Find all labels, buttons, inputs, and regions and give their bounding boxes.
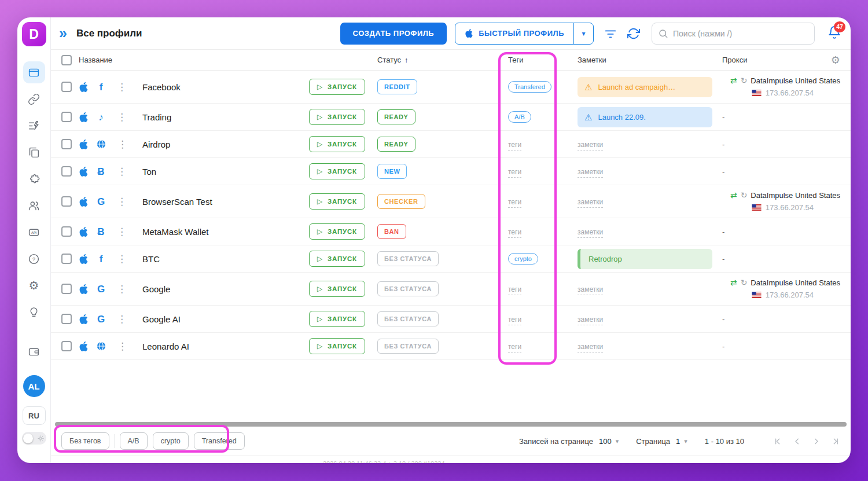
table-settings-icon[interactable]: ⚙ (831, 55, 840, 65)
next-page-button[interactable] (811, 436, 821, 446)
launch-button[interactable]: ▷ЗАПУСК (309, 311, 365, 327)
note-placeholder[interactable]: заметки (578, 285, 603, 295)
status-badge[interactable]: NEW (377, 164, 407, 179)
tag-placeholder[interactable]: теги (508, 168, 521, 178)
row-checkbox[interactable] (61, 196, 72, 207)
tag-chip[interactable]: crypto (508, 253, 538, 265)
column-header-status[interactable]: Статус ↑ (377, 56, 508, 64)
row-checkbox[interactable] (61, 314, 72, 324)
column-header-notes[interactable]: Заметки (578, 56, 722, 64)
rotate-icon[interactable]: ↻ (741, 190, 748, 201)
row-checkbox[interactable] (61, 139, 72, 149)
tag-filter-crypto[interactable]: crypto (153, 432, 189, 450)
row-checkbox[interactable] (61, 254, 72, 264)
note-placeholder[interactable]: заметки (578, 315, 603, 325)
launch-button[interactable]: ▷ЗАПУСК (309, 223, 365, 240)
row-menu-icon[interactable]: ⋮ (117, 283, 127, 295)
row-checkbox[interactable] (61, 341, 72, 351)
row-checkbox[interactable] (61, 82, 72, 92)
swap-arrows-icon[interactable]: ⇄ (730, 277, 737, 288)
row-menu-icon[interactable]: ⋮ (117, 81, 127, 93)
row-checkbox[interactable] (61, 166, 72, 177)
note-pill[interactable]: ⚠ Launch 22.09. (578, 107, 712, 127)
launch-button[interactable]: ▷ЗАПУСК (309, 193, 365, 210)
launch-button[interactable]: ▷ЗАПУСК (309, 163, 365, 179)
launch-button[interactable]: ▷ЗАПУСК (309, 251, 365, 267)
sidebar-item-help[interactable]: ? (23, 248, 45, 270)
collapse-sidebar-icon[interactable]: » (59, 26, 67, 41)
row-menu-icon[interactable]: ⋮ (117, 166, 127, 178)
note-placeholder[interactable]: заметки (578, 141, 603, 150)
note-placeholder[interactable]: заметки (578, 168, 603, 178)
note-pill[interactable]: Retrodrop (578, 249, 712, 269)
horizontal-scrollbar[interactable] (55, 422, 847, 427)
status-badge[interactable]: CHECKER (377, 194, 425, 209)
row-checkbox[interactable] (61, 226, 72, 237)
row-menu-icon[interactable]: ⋮ (117, 340, 127, 353)
status-badge[interactable]: БЕЗ СТАТУСА (377, 281, 439, 296)
sidebar-item-logout[interactable] (23, 340, 45, 362)
row-menu-icon[interactable]: ⋮ (117, 313, 127, 325)
per-page-select[interactable]: 100▾ (599, 437, 619, 446)
last-page-button[interactable] (830, 436, 840, 446)
theme-toggle[interactable] (22, 432, 46, 445)
launch-button[interactable]: ▷ЗАПУСК (309, 136, 365, 152)
sidebar-item-settings[interactable]: ⚙ (23, 274, 45, 296)
row-checkbox[interactable] (61, 112, 72, 122)
sidebar-item-profiles[interactable] (23, 61, 45, 83)
notifications-button[interactable]: 47 (827, 25, 841, 42)
launch-button[interactable]: ▷ЗАПУСК (309, 338, 365, 354)
status-badge[interactable]: READY (377, 109, 415, 124)
row-menu-icon[interactable]: ⋮ (117, 111, 127, 123)
column-header-proxy[interactable]: Прокси (722, 56, 747, 64)
tag-filter-ab[interactable]: A/B (120, 432, 148, 450)
avatar[interactable]: AL (23, 375, 45, 397)
note-placeholder[interactable]: заметки (578, 228, 603, 238)
row-menu-icon[interactable]: ⋮ (117, 226, 127, 238)
status-badge[interactable]: БЕЗ СТАТУСА (377, 311, 439, 326)
tag-placeholder[interactable]: теги (508, 198, 521, 208)
create-profile-button[interactable]: СОЗДАТЬ ПРОФИЛЬ (340, 23, 447, 45)
sidebar-item-automation[interactable] (23, 115, 45, 137)
launch-button[interactable]: ▷ЗАПУСК (309, 281, 365, 297)
page-select[interactable]: 1▾ (676, 437, 687, 446)
sidebar-item-proxy[interactable] (23, 88, 45, 110)
tag-placeholder[interactable]: теги (508, 343, 521, 353)
column-header-name[interactable]: Название (79, 56, 309, 64)
tag-placeholder[interactable]: теги (508, 315, 521, 325)
filter-button[interactable] (604, 27, 617, 40)
tag-chip[interactable]: Transfered (508, 81, 551, 93)
app-logo[interactable]: D (22, 22, 46, 46)
select-all-checkbox[interactable] (61, 55, 72, 65)
status-badge[interactable]: BAN (377, 224, 406, 239)
rotate-icon[interactable]: ↻ (741, 277, 748, 288)
tag-placeholder[interactable]: теги (508, 228, 521, 238)
sidebar-item-extensions[interactable] (23, 168, 45, 190)
tag-chip[interactable]: A/B (508, 111, 531, 123)
quick-profile-dropdown[interactable]: ▾ (573, 23, 593, 44)
note-placeholder[interactable]: заметки (578, 343, 603, 353)
tag-placeholder[interactable]: теги (508, 285, 521, 295)
status-badge[interactable]: БЕЗ СТАТУСА (377, 251, 439, 266)
prev-page-button[interactable] (792, 436, 802, 446)
swap-arrows-icon[interactable]: ⇄ (730, 75, 737, 86)
launch-button[interactable]: ▷ЗАПУСК (309, 109, 365, 125)
note-pill[interactable]: ⚠ Launch ad campaigh… (578, 77, 712, 97)
row-checkbox[interactable] (61, 284, 72, 294)
sidebar-item-team[interactable] (23, 194, 45, 216)
language-button[interactable]: RU (23, 406, 46, 425)
refresh-button[interactable] (627, 27, 640, 40)
tag-filter-no-tags[interactable]: Без тегов (61, 432, 109, 450)
search-input[interactable] (652, 23, 815, 45)
status-badge[interactable]: READY (377, 137, 415, 152)
sidebar-item-api[interactable]: API (23, 221, 45, 243)
status-badge[interactable]: БЕЗ СТАТУСА (377, 339, 439, 354)
column-header-tags[interactable]: Теги (508, 56, 578, 64)
row-menu-icon[interactable]: ⋮ (117, 253, 127, 265)
tag-placeholder[interactable]: теги (508, 141, 521, 150)
quick-profile-button[interactable]: БЫСТРЫЙ ПРОФИЛЬ (455, 23, 573, 44)
sidebar-item-bookmarks[interactable] (23, 141, 45, 163)
tag-filter-transfered[interactable]: Transfered (194, 432, 245, 450)
swap-arrows-icon[interactable]: ⇄ (730, 190, 737, 201)
status-badge[interactable]: REDDIT (377, 79, 417, 94)
